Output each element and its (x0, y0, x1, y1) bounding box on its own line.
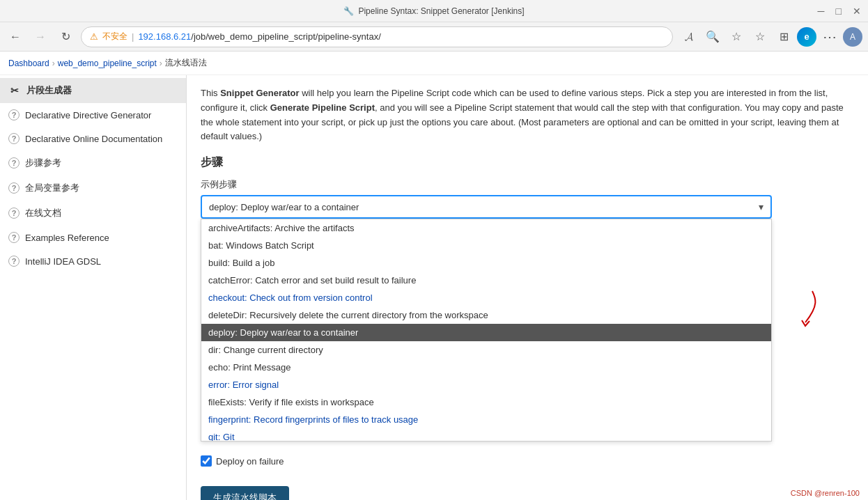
sidebar-item-declarative-directive[interactable]: ? Declarative Directive Generator (0, 103, 186, 127)
list-item[interactable]: build: Build a job (201, 254, 771, 272)
checkbox-area: Deploy on failure (201, 455, 854, 467)
edge-logo: e (797, 27, 816, 47)
address-bar: ← → ↻ ⚠ 不安全 | 192.168.6.21/job/web_demo_… (0, 22, 868, 52)
collections-icon[interactable]: ⊞ (773, 26, 794, 47)
intro-paragraph: This Snippet Generator will help you lea… (201, 86, 854, 144)
sidebar-item-snippet-generator[interactable]: ✂ 片段生成器 (0, 78, 186, 103)
bookmark-icon[interactable]: ☆ (750, 26, 770, 47)
sidebar: ✂ 片段生成器 ? Declarative Directive Generato… (0, 75, 187, 500)
section-title: 步骤 (201, 155, 854, 170)
browser-title: 🔧 Pipeline Syntax: Snippet Generator [Je… (343, 6, 524, 16)
address-host: 192.168.6.21 (138, 31, 191, 42)
sidebar-label-online-docs: 在线文档 (25, 207, 61, 219)
annotation-arrow (784, 284, 826, 335)
search-icon[interactable]: 🔍 (702, 26, 723, 47)
breadcrumb-pipeline[interactable]: web_demo_pipeline_script (58, 58, 157, 68)
breadcrumb-current: 流水线语法 (165, 57, 207, 69)
deploy-on-failure-checkbox[interactable] (201, 455, 212, 467)
minimize-button[interactable]: ─ (818, 6, 825, 17)
sidebar-item-global-var-ref[interactable]: ? 全局变量参考 (0, 175, 186, 201)
sidebar-label-examples-ref: Examples Reference (25, 233, 109, 243)
list-item[interactable]: bat: Windows Batch Script (201, 237, 771, 254)
dropdown-list[interactable]: archiveArtifacts: Archive the artifacts … (201, 219, 772, 442)
breadcrumb: Dashboard › web_demo_pipeline_script › 流… (0, 52, 868, 75)
list-item[interactable]: echo: Print Message (201, 359, 771, 376)
generate-button[interactable]: 生成流水线脚本 (201, 486, 289, 500)
toolbar-icons: 𝓐 🔍 ☆ ☆ ⊞ e ⋯ A (679, 26, 862, 47)
security-warning-icon: ⚠ (90, 31, 98, 42)
list-item[interactable]: error: Error signal (201, 376, 771, 393)
list-item[interactable]: fileExists: Verify if file exists in wor… (201, 393, 771, 411)
sidebar-label-step-ref: 步骤参考 (25, 157, 61, 169)
browser-titlebar: 🔧 Pipeline Syntax: Snippet Generator [Je… (0, 0, 868, 22)
list-item[interactable]: git: Git (201, 428, 771, 442)
sidebar-item-examples-ref[interactable]: ? Examples Reference (0, 226, 186, 249)
dropdown-container: deploy: Deploy war/ear to a container ▾ … (201, 195, 772, 219)
list-item[interactable]: archiveArtifacts: Archive the artifacts (201, 219, 771, 237)
list-item[interactable]: fingerprint: Record fingerprints of file… (201, 411, 771, 428)
declarative-docs-icon: ? (8, 133, 20, 144)
refresh-button[interactable]: ↻ (56, 27, 75, 47)
online-docs-icon: ? (8, 208, 20, 219)
warning-text: 不安全 (102, 31, 127, 42)
browser-favicon: 🔧 (343, 6, 354, 16)
close-button[interactable]: ✕ (853, 6, 861, 17)
favorite-icon[interactable]: ☆ (726, 26, 747, 47)
sidebar-item-declarative-docs[interactable]: ? Declarative Online Documentation (0, 127, 186, 150)
footer-credit: CSDN @renren-100 (791, 489, 860, 497)
content-area: This Snippet Generator will help you lea… (187, 75, 868, 500)
more-icon[interactable]: ⋯ (819, 26, 840, 47)
breadcrumb-dashboard[interactable]: Dashboard (8, 58, 49, 68)
sidebar-item-step-ref[interactable]: ? 步骤参考 (0, 150, 186, 175)
forward-button[interactable]: → (31, 27, 50, 47)
sidebar-label-global-var-ref: 全局变量参考 (25, 182, 79, 194)
address-path: /job/web_demo_pipeline_script/pipeline-s… (191, 31, 380, 42)
snippet-generator-icon: ✂ (8, 84, 21, 97)
examples-ref-icon: ? (8, 232, 20, 243)
list-item[interactable]: catchError: Catch error and set build re… (201, 272, 771, 289)
intro-bold-1: Snippet Generator (220, 88, 299, 98)
global-var-ref-icon: ? (8, 182, 20, 194)
intellij-gdsl-icon: ? (8, 256, 20, 267)
list-item[interactable]: dir: Change current directory (201, 341, 771, 359)
intro-bold-2: Generate Pipeline Script (270, 102, 375, 113)
sidebar-item-online-docs[interactable]: ? 在线文档 (0, 201, 186, 226)
dropdown-selected-value: deploy: Deploy war/ear to a container (209, 202, 359, 212)
sidebar-label-declarative-docs: Declarative Online Documentation (25, 134, 162, 144)
profile-avatar[interactable]: A (843, 27, 862, 47)
deploy-on-failure-label: Deploy on failure (216, 456, 284, 467)
list-item-selected[interactable]: deploy: Deploy war/ear to a container (201, 324, 771, 341)
main-layout: ✂ 片段生成器 ? Declarative Directive Generato… (0, 75, 868, 500)
address-separator: | (132, 31, 134, 42)
list-item[interactable]: deleteDir: Recursively delete the curren… (201, 306, 771, 324)
sidebar-label-intellij-gdsl: IntelliJ IDEA GDSL (25, 256, 101, 267)
window-controls[interactable]: ─ □ ✕ (818, 6, 861, 17)
browser-title-text: Pipeline Syntax: Snippet Generator [Jenk… (358, 6, 524, 16)
dropdown-arrow-icon: ▾ (759, 201, 764, 212)
declarative-directive-icon: ? (8, 109, 20, 120)
breadcrumb-sep-2: › (160, 58, 162, 68)
sidebar-item-intellij-gdsl[interactable]: ? IntelliJ IDEA GDSL (0, 249, 186, 273)
breadcrumb-sep-1: › (52, 58, 55, 68)
sidebar-label-declarative-directive: Declarative Directive Generator (25, 110, 151, 120)
dropdown-selected[interactable]: deploy: Deploy war/ear to a container ▾ (201, 195, 772, 219)
address-input[interactable]: ⚠ 不安全 | 192.168.6.21/job/web_demo_pipeli… (81, 26, 673, 47)
back-button[interactable]: ← (6, 27, 25, 47)
subsection-label: 示例步骤 (201, 178, 854, 191)
read-aloud-icon[interactable]: 𝓐 (679, 26, 699, 47)
step-ref-icon: ? (8, 157, 20, 169)
sidebar-label-snippet-generator: 片段生成器 (26, 84, 72, 97)
restore-button[interactable]: □ (836, 6, 842, 17)
list-item[interactable]: checkout: Check out from version control (201, 289, 771, 306)
address-text: 192.168.6.21/job/web_demo_pipeline_scrip… (138, 31, 380, 42)
